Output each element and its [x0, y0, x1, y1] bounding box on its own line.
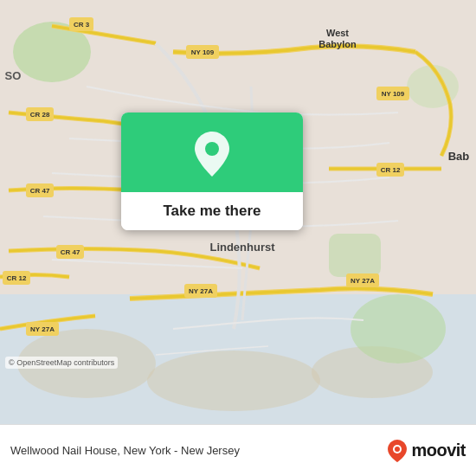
- so-label: SO: [5, 69, 22, 82]
- moovit-logo: moovit: [387, 439, 466, 463]
- cr12-left-label: CR 12: [7, 274, 27, 282]
- bottom-bar: Wellwood Nail House, New York - New Jers…: [0, 424, 476, 476]
- svg-point-21: [395, 447, 400, 452]
- copyright-text: © OpenStreetMap contributors: [5, 357, 118, 369]
- map-container: CR 3 NY 109 West Babylon CR 28 NY 109 CR…: [0, 0, 476, 424]
- lindenhurst-label: Lindenhurst: [209, 241, 275, 254]
- west-babylon-label2: Babylon: [318, 39, 357, 49]
- moovit-pin-icon: [387, 439, 408, 463]
- svg-point-19: [205, 142, 219, 156]
- cr28-label: CR 28: [30, 111, 50, 119]
- svg-point-5: [351, 294, 446, 363]
- location-pin-icon: [191, 130, 233, 178]
- card-green-section: [121, 113, 303, 192]
- cr47-bottom-label: CR 47: [61, 248, 80, 256]
- ny27a-bottom-label: NY 27A: [30, 325, 55, 333]
- ny27a-mid-label: NY 27A: [189, 287, 213, 295]
- take-me-there-card[interactable]: Take me there: [121, 113, 303, 230]
- cr3-label: CR 3: [74, 21, 90, 29]
- cr47-left-label: CR 47: [30, 187, 50, 195]
- ny109-right-label: NY 109: [382, 90, 405, 98]
- svg-point-2: [147, 351, 320, 411]
- cr12-right-label: CR 12: [381, 166, 401, 174]
- moovit-brand-text: moovit: [411, 441, 466, 460]
- svg-rect-7: [329, 234, 381, 277]
- ny27a-right-label: NY 27A: [351, 277, 375, 285]
- place-info: Wellwood Nail House, New York - New Jers…: [10, 444, 387, 457]
- take-me-there-label: Take me there: [121, 192, 303, 230]
- west-babylon-label: West: [326, 28, 349, 38]
- ny109-top-label: NY 109: [191, 48, 215, 56]
- bab-label: Bab: [448, 150, 470, 163]
